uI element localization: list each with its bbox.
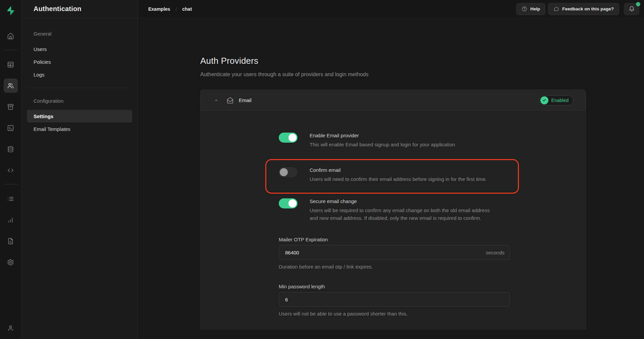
rail-settings-button[interactable] <box>4 255 18 269</box>
rail-docs-button[interactable] <box>4 234 18 248</box>
code-icon <box>7 167 14 174</box>
status-badge: Enabled <box>539 95 574 105</box>
toggle-row-secure-email-change: Secure email change Users will be requir… <box>279 198 510 222</box>
toggle-label: Enable Email provider <box>310 132 455 139</box>
supabase-logo[interactable] <box>3 3 18 18</box>
icon-rail <box>0 0 21 339</box>
bar-chart-icon <box>7 216 14 224</box>
field-mailer-otp-expiration: Mailer OTP Expiration seconds Duration b… <box>279 237 510 270</box>
breadcrumb-project[interactable]: chat <box>182 6 192 12</box>
check-circle-icon <box>540 96 548 104</box>
sidebar-divider <box>28 88 131 88</box>
feedback-button[interactable]: Feedback on this page? <box>548 3 619 15</box>
list-icon <box>7 195 14 202</box>
bell-icon <box>629 6 635 12</box>
rail-api-button[interactable] <box>4 163 18 177</box>
sidebar-item-email-templates[interactable]: Email Templates <box>27 123 132 135</box>
rail-divider <box>4 50 17 50</box>
sidebar-item-users[interactable]: Users <box>27 43 132 55</box>
supabase-dashboard: Authentication General Users Policies Lo… <box>0 0 644 339</box>
rail-divider <box>4 184 17 185</box>
page-title: Auth Providers <box>200 56 644 66</box>
content-frame: Examples / chat Help Feedback on this pa… <box>138 0 644 339</box>
field-label: Mailer OTP Expiration <box>279 237 510 242</box>
user-icon <box>7 325 14 332</box>
toggle-knob <box>288 134 297 142</box>
field-help-text: Users will not be able to use a password… <box>279 311 510 317</box>
chat-bubble-icon <box>553 6 559 12</box>
supabase-logo-icon <box>6 6 16 16</box>
field-min-password-length: Min password length Users will not be ab… <box>279 284 510 317</box>
toggle-row-confirm-email: Confirm email Users will need to confirm… <box>279 166 510 183</box>
secure-email-change-toggle[interactable] <box>279 198 298 208</box>
section-label-configuration: Configuration <box>27 98 132 104</box>
email-provider-card-header[interactable]: Email Enabled <box>201 90 586 111</box>
sidebar-item-policies[interactable]: Policies <box>27 55 132 68</box>
min-password-length-input[interactable] <box>279 292 510 307</box>
sidebar-header: Authentication <box>21 0 138 18</box>
section-label-general: General <box>27 31 132 37</box>
email-settings-form: Enable Email provider This will enable E… <box>279 132 510 317</box>
rail-sql-editor-button[interactable] <box>4 121 18 135</box>
rail-logs-button[interactable] <box>4 192 18 206</box>
breadcrumb: Examples / chat <box>148 6 192 12</box>
page-subtitle: Authenticate your users through a suite … <box>200 71 644 78</box>
toggle-knob <box>288 199 297 207</box>
toggle-label: Confirm email <box>310 166 487 174</box>
toggle-label: Secure email change <box>310 198 496 205</box>
rail-authentication-button[interactable] <box>4 79 18 93</box>
help-button[interactable]: Help <box>516 3 545 15</box>
provider-name: Email <box>239 97 252 103</box>
table-icon <box>7 61 14 68</box>
feedback-button-label: Feedback on this page? <box>562 6 614 11</box>
rail-account-button[interactable] <box>4 321 18 335</box>
toggle-description: Users will be required to confirm any em… <box>310 206 496 222</box>
chevron-up-icon[interactable] <box>214 98 219 103</box>
mailer-otp-expiration-input[interactable] <box>279 245 510 260</box>
sidebar-item-logs[interactable]: Logs <box>27 68 132 81</box>
confirm-email-toggle[interactable] <box>279 167 298 177</box>
sidebar-title: Authentication <box>34 5 82 13</box>
rail-storage-button[interactable] <box>4 100 18 114</box>
status-badge-label: Enabled <box>551 98 569 103</box>
help-circle-icon <box>522 6 527 12</box>
enable-email-provider-toggle[interactable] <box>279 133 298 143</box>
toggle-knob <box>280 168 288 176</box>
rail-table-editor-button[interactable] <box>4 57 18 71</box>
toggle-description: Users will need to confirm their email a… <box>310 175 487 183</box>
sidebar-item-settings[interactable]: Settings <box>27 110 132 123</box>
gear-icon <box>7 259 14 266</box>
toggle-description: This will enable Email based signup and … <box>310 141 455 148</box>
database-icon <box>7 146 14 153</box>
topbar: Examples / chat Help Feedback on this pa… <box>138 0 644 18</box>
help-button-label: Help <box>530 6 540 11</box>
sidebar: Authentication General Users Policies Lo… <box>21 0 138 339</box>
rail-home-button[interactable] <box>4 29 18 43</box>
notifications-button[interactable] <box>624 3 639 15</box>
sidebar-nav: General Users Policies Logs Configuratio… <box>21 18 138 135</box>
toggle-row-enable-email-provider: Enable Email provider This will enable E… <box>279 132 510 148</box>
email-provider-card-body: Enable Email provider This will enable E… <box>201 111 586 330</box>
breadcrumb-org[interactable]: Examples <box>148 6 170 12</box>
unread-notification-dot <box>636 2 640 6</box>
field-label: Min password length <box>279 284 510 289</box>
terminal-icon <box>7 125 14 132</box>
main-content: Auth Providers Authenticate your users t… <box>138 18 644 339</box>
breadcrumb-separator: / <box>175 6 177 12</box>
mail-open-icon <box>227 97 233 104</box>
home-icon <box>7 33 14 40</box>
rail-reports-button[interactable] <box>4 213 18 227</box>
field-help-text: Duration before an email otp / link expi… <box>279 264 510 270</box>
archive-box-icon <box>7 103 14 110</box>
email-provider-card: Email Enabled <box>200 90 586 330</box>
topbar-actions: Help Feedback on this page? <box>516 3 639 15</box>
file-text-icon <box>7 238 14 245</box>
users-icon <box>7 82 14 89</box>
rail-database-button[interactable] <box>4 142 18 156</box>
